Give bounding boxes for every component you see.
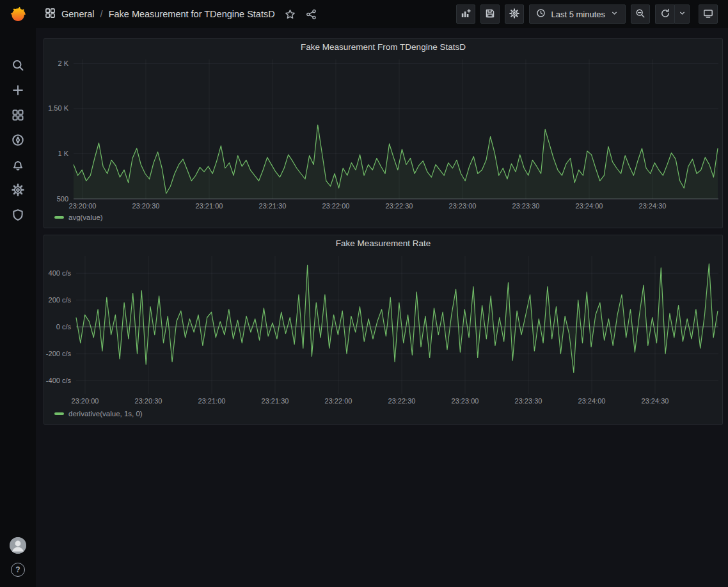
sidebar-item-server-admin[interactable] <box>10 208 26 224</box>
y-tick-label: 2 K <box>58 59 68 67</box>
breadcrumb-folder[interactable]: General <box>61 9 95 19</box>
y-tick-label: 500 <box>57 195 68 203</box>
tv-monitor-icon <box>703 8 713 20</box>
x-tick-label: 23:24:00 <box>576 202 603 210</box>
x-tick-label: 23:20:00 <box>69 202 97 210</box>
search-icon <box>12 59 24 74</box>
sidebar-item-configuration[interactable] <box>10 184 26 199</box>
time-series-chart[interactable]: 23:20:0023:20:3023:21:0023:21:3023:22:00… <box>44 251 721 408</box>
help-glyph: ? <box>15 565 20 574</box>
chart-legend: avg(value) <box>44 214 722 221</box>
navbar-actions: Last 5 minutes <box>456 4 718 24</box>
gear-icon <box>509 8 519 20</box>
chevron-down-icon <box>610 9 619 19</box>
x-tick-label: 23:24:30 <box>639 202 667 210</box>
grafana-logo[interactable] <box>8 4 28 24</box>
save-icon <box>485 8 495 20</box>
dashboard-title[interactable]: Fake Measurement for TDengine StatsD <box>109 9 275 19</box>
legend-label[interactable]: avg(value) <box>68 214 103 221</box>
dashboards-grid-icon <box>12 109 24 124</box>
sidebar: ? <box>0 0 36 587</box>
zoom-out-icon <box>635 8 645 20</box>
x-tick-label: 23:22:30 <box>386 202 413 210</box>
x-tick-label: 23:21:00 <box>198 397 226 405</box>
breadcrumb: General / Fake Measurement for TDengine … <box>45 8 275 20</box>
kiosk-mode-button[interactable] <box>699 4 718 24</box>
sidebar-item-dashboards[interactable] <box>10 109 26 124</box>
x-tick-label: 23:21:30 <box>259 202 287 210</box>
legend-swatch <box>54 412 64 415</box>
series-area <box>74 125 718 199</box>
x-tick-label: 23:23:30 <box>515 397 542 405</box>
x-tick-label: 23:21:30 <box>262 397 289 405</box>
panel-title[interactable]: Fake Measurement From TDengine StatsD <box>44 39 722 54</box>
chevron-down-icon <box>678 9 686 19</box>
y-tick-label: -200 c/s <box>46 350 72 357</box>
sidebar-bottom: ? <box>0 537 36 577</box>
x-tick-label: 23:23:00 <box>449 202 477 210</box>
sidebar-item-create[interactable] <box>10 84 26 99</box>
save-dashboard-button[interactable] <box>480 4 500 24</box>
shield-icon <box>12 208 24 224</box>
y-tick-label: 1.50 K <box>48 104 68 112</box>
x-tick-label: 23:23:30 <box>512 202 540 210</box>
panel-title[interactable]: Fake Measurement Rate <box>44 235 722 251</box>
sidebar-item-search[interactable] <box>10 59 26 74</box>
x-tick-label: 23:20:30 <box>135 397 162 405</box>
panel-fake-measurement: Fake Measurement From TDengine StatsD 23… <box>44 38 723 228</box>
refresh-icon <box>660 8 670 20</box>
zoom-out-time-button[interactable] <box>631 4 650 24</box>
panel-fake-measurement-rate: Fake Measurement Rate 23:20:0023:20:3023… <box>44 235 723 425</box>
x-tick-label: 23:24:30 <box>642 397 669 405</box>
sidebar-item-explore[interactable] <box>10 134 26 149</box>
time-series-chart[interactable]: 23:20:0023:20:3023:21:0023:21:3023:22:00… <box>44 54 721 212</box>
x-tick-label: 23:22:00 <box>322 202 350 210</box>
gear-icon <box>12 184 24 199</box>
x-tick-label: 23:20:30 <box>132 202 160 210</box>
plus-icon <box>12 84 24 99</box>
x-tick-label: 23:20:00 <box>72 397 99 405</box>
x-tick-label: 23:22:00 <box>325 397 352 405</box>
refresh-interval-dropdown[interactable] <box>674 4 690 24</box>
dashboard-settings-button[interactable] <box>505 4 524 24</box>
add-panel-button[interactable] <box>456 4 475 24</box>
clock-icon <box>536 8 546 20</box>
x-tick-label: 23:24:00 <box>578 397 606 405</box>
refresh-button-group <box>655 4 690 24</box>
top-navbar: General / Fake Measurement for TDengine … <box>36 0 728 28</box>
add-panel-icon <box>461 8 471 20</box>
refresh-button[interactable] <box>655 4 674 24</box>
apps-grid-icon <box>45 8 56 20</box>
y-tick-label: -400 c/s <box>46 377 72 384</box>
time-range-label: Last 5 minutes <box>551 10 605 19</box>
chart-legend: derivative(value, 1s, 0) <box>44 410 722 418</box>
x-tick-label: 23:23:00 <box>452 397 479 405</box>
sidebar-item-alerting[interactable] <box>10 159 26 174</box>
sidebar-menu <box>0 59 36 224</box>
y-tick-label: 1 K <box>58 150 68 157</box>
legend-swatch <box>54 216 64 219</box>
bell-icon <box>12 159 24 174</box>
help-icon[interactable]: ? <box>11 563 25 577</box>
legend-label[interactable]: derivative(value, 1s, 0) <box>68 410 143 418</box>
y-tick-label: 200 c/s <box>49 296 72 304</box>
x-tick-label: 23:21:00 <box>196 202 223 210</box>
x-tick-label: 23:22:30 <box>388 397 416 405</box>
share-icon[interactable] <box>306 9 317 20</box>
y-tick-label: 0 c/s <box>56 323 72 331</box>
dashboard-quick-actions <box>285 9 317 20</box>
breadcrumb-separator: / <box>100 9 103 19</box>
y-tick-label: 400 c/s <box>49 269 72 277</box>
user-avatar[interactable] <box>10 537 26 554</box>
time-range-picker[interactable]: Last 5 minutes <box>529 4 626 24</box>
star-icon[interactable] <box>285 9 296 20</box>
compass-icon <box>12 134 24 149</box>
